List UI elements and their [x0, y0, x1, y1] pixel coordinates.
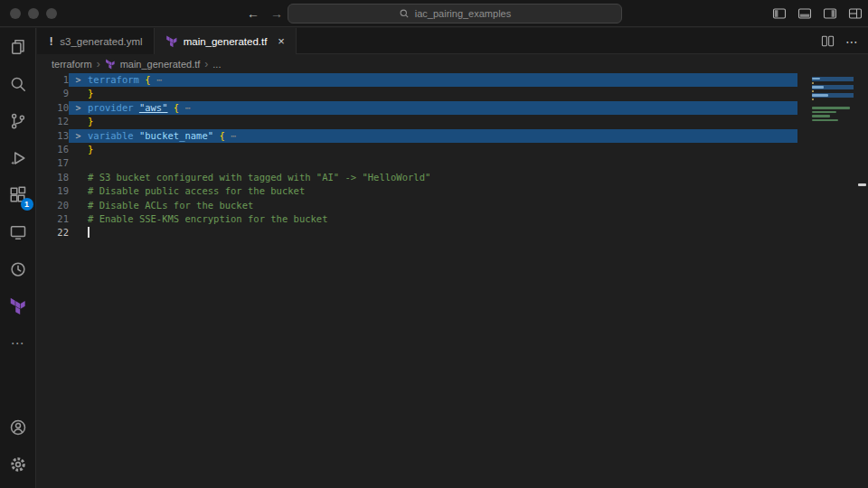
line-number[interactable]: 19	[37, 184, 69, 198]
account-icon[interactable]	[0, 408, 36, 446]
fold-gutter	[69, 143, 88, 156]
fold-gutter	[69, 226, 88, 239]
more-actions-icon[interactable]: ⋯	[845, 34, 859, 49]
code-text[interactable]: }	[88, 143, 797, 156]
back-button[interactable]: ←	[247, 0, 259, 27]
editor-actions: ⋯	[821, 28, 859, 54]
fold-gutter	[69, 156, 88, 170]
code-text[interactable]: provider "aws" { ⋯	[88, 101, 797, 115]
close-tab-icon[interactable]: ×	[278, 35, 285, 47]
code-line[interactable]: 21# Enable SSE-KMS encryption for the bu…	[37, 212, 868, 226]
history-icon[interactable]	[0, 250, 36, 287]
forward-button[interactable]: →	[270, 0, 283, 27]
layout-controls	[772, 0, 863, 27]
title-bar: ← → iac_pairing_examples	[0, 0, 868, 27]
line-number[interactable]: 12	[37, 115, 69, 128]
customize-layout-icon[interactable]	[848, 6, 863, 21]
toggle-secondary-sidebar-icon[interactable]	[823, 6, 837, 21]
run-and-debug-icon[interactable]	[0, 139, 36, 176]
extensions-icon[interactable]: 1	[0, 176, 36, 213]
line-number[interactable]: 13	[37, 129, 69, 143]
editor[interactable]: 1>terraform { ⋯9}10>provider "aws" { ⋯12…	[37, 73, 868, 488]
remote-explorer-icon[interactable]	[0, 213, 36, 250]
code-text[interactable]: }	[88, 115, 797, 128]
toggle-primary-sidebar-icon[interactable]	[772, 6, 787, 21]
explorer-icon[interactable]	[0, 28, 36, 65]
scrollbar-marker	[858, 183, 866, 186]
fold-chevron-icon[interactable]: >	[69, 101, 88, 115]
settings-gear-icon[interactable]	[0, 446, 36, 483]
code-text[interactable]: # S3 bucket configured with tagged with …	[88, 171, 797, 184]
text-cursor	[88, 227, 90, 238]
fold-gutter	[69, 184, 88, 198]
terraform-file-icon	[165, 35, 178, 48]
breadcrumb-item-folder[interactable]: terraform	[52, 59, 92, 70]
code-text[interactable]: # Disable ACLs for the bucket	[88, 199, 797, 212]
line-number[interactable]: 18	[37, 171, 69, 184]
window-close-button[interactable]	[10, 8, 21, 19]
tab-label: s3_generated.yml	[60, 36, 142, 47]
command-center-label: iac_pairing_examples	[415, 8, 511, 19]
extensions-badge: 1	[21, 198, 33, 211]
fold-gutter	[69, 212, 88, 226]
code-line[interactable]: 12}	[37, 115, 868, 128]
tab-main-generated-tf[interactable]: main_generated.tf ×	[155, 28, 297, 54]
code-line[interactable]: 19# Disable public access for the bucket	[37, 184, 868, 198]
chevron-right-icon: ›	[204, 58, 208, 70]
line-number[interactable]: 17	[37, 156, 69, 170]
code-line[interactable]: 9}	[37, 87, 868, 100]
fold-gutter	[69, 171, 88, 184]
code-text[interactable]: # Disable public access for the bucket	[88, 184, 797, 198]
fold-gutter	[69, 199, 88, 212]
yaml-file-icon: !	[48, 35, 54, 48]
code-line[interactable]: 13>variable "bucket_name" { ⋯	[37, 129, 868, 143]
code-text[interactable]: # Enable SSE-KMS encryption for the buck…	[88, 212, 797, 226]
fold-gutter	[69, 115, 88, 128]
fold-chevron-icon[interactable]: >	[69, 129, 88, 143]
search-icon[interactable]	[0, 65, 36, 102]
additional-views-icon[interactable]: ⋯	[0, 324, 36, 361]
line-number[interactable]: 16	[37, 143, 69, 156]
code-line[interactable]: 18# S3 bucket configured with tagged wit…	[37, 171, 868, 184]
code-text[interactable]: variable "bucket_name" { ⋯	[88, 129, 797, 143]
line-number[interactable]: 10	[37, 101, 69, 115]
source-control-icon[interactable]	[0, 102, 36, 139]
code-lines: 1>terraform { ⋯9}10>provider "aws" { ⋯12…	[37, 73, 868, 240]
code-line[interactable]: 16}	[37, 143, 868, 156]
code-text[interactable]	[88, 226, 797, 239]
code-line[interactable]: 10>provider "aws" { ⋯	[37, 101, 868, 115]
line-number[interactable]: 20	[37, 199, 69, 212]
split-editor-icon[interactable]	[821, 34, 835, 48]
line-number[interactable]: 22	[37, 226, 69, 239]
code-text[interactable]: terraform { ⋯	[88, 73, 797, 87]
minimap[interactable]	[812, 77, 854, 127]
code-text[interactable]	[88, 156, 797, 170]
chevron-right-icon: ›	[97, 58, 100, 70]
code-line[interactable]: 22	[37, 226, 868, 239]
window-controls	[10, 0, 57, 27]
fold-gutter	[69, 87, 88, 100]
fold-chevron-icon[interactable]: >	[69, 73, 88, 87]
breadcrumb-item-file[interactable]: main_generated.tf	[120, 59, 201, 70]
toggle-panel-icon[interactable]	[797, 6, 812, 21]
window-zoom-button[interactable]	[46, 8, 57, 19]
terraform-view-icon[interactable]	[0, 287, 36, 324]
breadcrumb-item-symbol[interactable]: ...	[212, 59, 221, 70]
tab-label: main_generated.tf	[184, 36, 268, 47]
activity-bar: 1 ⋯	[0, 28, 36, 488]
command-center[interactable]: iac_pairing_examples	[288, 4, 622, 23]
code-line[interactable]: 17	[37, 156, 868, 170]
tab-bar: ! s3_generated.yml main_generated.tf × ⋯	[37, 28, 868, 54]
code-line[interactable]: 20# Disable ACLs for the bucket	[37, 199, 868, 212]
search-icon	[399, 8, 410, 19]
breadcrumb: terraform › main_generated.tf › ...	[37, 54, 868, 73]
line-number[interactable]: 21	[37, 212, 69, 226]
window-minimize-button[interactable]	[28, 8, 39, 19]
terraform-file-icon	[105, 59, 116, 70]
code-text[interactable]: }	[88, 87, 797, 100]
code-line[interactable]: 1>terraform { ⋯	[37, 73, 868, 87]
line-number[interactable]: 9	[37, 87, 69, 100]
line-number[interactable]: 1	[37, 73, 69, 87]
tab-s3-generated-yml[interactable]: ! s3_generated.yml	[37, 28, 155, 54]
